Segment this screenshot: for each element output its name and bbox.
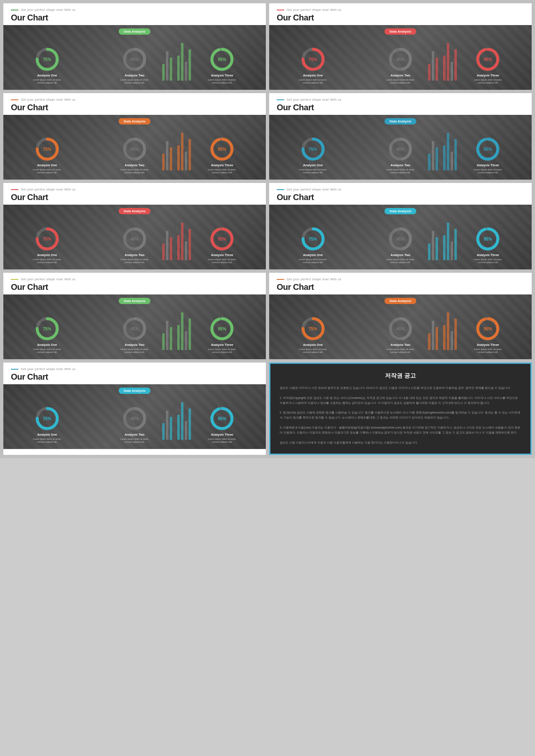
chart-name: Analysis One: [37, 163, 57, 167]
tagline-line: [277, 10, 284, 10]
donut-2: 95%: [209, 136, 235, 162]
chart-item-1: 45%Analysis TwoLorem ipsum dolor sit ame…: [384, 316, 417, 354]
chart-background: Data Analysis 75%Analysis OneLorem ipsum…: [269, 115, 532, 180]
chart-item-2: 95%Analysis ThreeLorem ipsum dolor sit a…: [205, 136, 239, 175]
donut-1: 45%: [122, 316, 148, 342]
chart-name: Analysis Two: [125, 343, 144, 347]
data-badge: Data Analysis: [119, 388, 150, 394]
chart-item-2: 95%Analysis ThreeLorem ipsum dolor sit a…: [205, 226, 239, 264]
chart-item-1: 45%Analysis TwoLorem ipsum dolor sit ame…: [384, 136, 417, 175]
chart-item-1: 45%Analysis TwoLorem ipsum dolor sit ame…: [118, 406, 151, 444]
tagline: Get your perfect shape now! With us: [277, 278, 524, 281]
donut-label: 95%: [218, 147, 226, 151]
chart-item-1: 45%Analysis TwoLorem ipsum dolor sit ame…: [118, 226, 151, 264]
donut-2: 95%: [209, 226, 235, 252]
tagline: Get your perfect shape now! With us: [277, 98, 524, 101]
chart-name: Analysis Three: [477, 253, 499, 257]
donut-label: 95%: [484, 57, 492, 61]
chart-desc: Lorem ipsum dolor sit amet, connect adip…: [31, 258, 64, 264]
slide-header: Get your perfect shape now! With usOur C…: [269, 273, 532, 294]
donut-label: 45%: [130, 416, 139, 421]
chart-desc: Lorem ipsum dolor sit amet, connect adip…: [205, 438, 239, 444]
donut-label: 75%: [43, 236, 51, 241]
data-badge: Data Analysis: [119, 208, 150, 214]
tagline-text: Get your perfect shape now! With us: [21, 98, 76, 101]
chart-item-2: 95%Analysis ThreeLorem ipsum dolor sit a…: [471, 316, 504, 354]
donut-2: 95%: [209, 316, 235, 342]
data-badge: Data Analysis: [119, 118, 150, 124]
donut-label: 45%: [130, 236, 139, 241]
donut-0: 75%: [34, 316, 60, 342]
donut-0: 75%: [300, 46, 326, 72]
data-badge: Data Analysis: [385, 208, 416, 214]
data-badge: Data Analysis: [119, 298, 150, 304]
chart-name: Analysis Two: [390, 163, 410, 167]
slide-body: Data Analysis 75%Analysis OneLorem ipsum…: [269, 25, 532, 90]
chart-desc: Lorem ipsum dolor sit amet, connect adip…: [384, 348, 417, 354]
chart-background: Data Analysis 75%Analysis OneLorem ipsum…: [3, 25, 266, 90]
tagline-line: [277, 279, 284, 280]
chart-name: Analysis Three: [477, 343, 499, 347]
chart-desc: Lorem ipsum dolor sit amet, connect adip…: [471, 79, 504, 85]
slide-title: Our Chart: [11, 103, 258, 112]
slide-body: Data Analysis 75%Analysis OneLorem ipsum…: [3, 294, 266, 359]
chart-name: Analysis Three: [211, 163, 233, 167]
chart-item-0: 75%Analysis OneLorem ipsum dolor sit ame…: [31, 46, 64, 85]
tagline-line: [11, 279, 18, 280]
tagline-text: Get your perfect shape now! With us: [21, 188, 76, 191]
chart-desc: Lorem ipsum dolor sit amet, connect adip…: [31, 79, 64, 85]
chart-name: Analysis Three: [211, 74, 233, 77]
donut-label: 95%: [484, 326, 492, 331]
chart-desc: Lorem ipsum dolor sit amet, connect adip…: [118, 258, 151, 264]
tagline-line: [11, 189, 18, 190]
data-badge: Data Analysis: [385, 298, 416, 304]
donut-label: 45%: [396, 57, 405, 61]
slide-title: Our Chart: [11, 13, 258, 23]
chart-name: Analysis Two: [125, 163, 144, 167]
donut-1: 45%: [387, 136, 413, 162]
tagline: Get your perfect shape now! With us: [11, 98, 258, 101]
chart-desc: Lorem ipsum dolor sit amet, connect adip…: [118, 79, 151, 85]
tagline-text: Get your perfect shape now! With us: [287, 188, 341, 191]
tagline: Get your perfect shape now! With us: [11, 188, 258, 191]
donut-2: 95%: [475, 136, 501, 162]
donut-2: 95%: [475, 316, 501, 342]
chart-desc: Lorem ipsum dolor sit amet, connect adip…: [205, 348, 239, 354]
donut-label: 45%: [396, 147, 405, 151]
tagline: Get your perfect shape now! With us: [277, 8, 524, 11]
tagline-text: Get your perfect shape now! With us: [21, 278, 76, 281]
donut-0: 75%: [34, 226, 60, 252]
chart-desc: Lorem ipsum dolor sit amet, connect adip…: [205, 168, 239, 175]
chart-name: Analysis One: [37, 253, 57, 257]
slide-header: Get your perfect shape now! With usOur C…: [269, 3, 532, 25]
chart-name: Analysis Two: [125, 253, 144, 257]
donut-0: 75%: [300, 136, 326, 162]
copyright-title: 저작권 공고: [280, 372, 521, 380]
donut-1: 45%: [122, 406, 148, 431]
donut-label: 45%: [396, 326, 405, 331]
donut-label: 95%: [218, 326, 226, 331]
donut-label: 45%: [130, 147, 139, 151]
donut-0: 75%: [34, 46, 60, 72]
donut-1: 45%: [387, 226, 413, 252]
chart-item-0: 75%Analysis OneLorem ipsum dolor sit ame…: [296, 316, 330, 354]
slide-slide-2: Get your perfect shape now! With usOur C…: [269, 3, 532, 90]
charts-row: 75%Analysis OneLorem ipsum dolor sit ame…: [269, 316, 532, 354]
chart-desc: Lorem ipsum dolor sit amet, connect adip…: [205, 258, 239, 264]
chart-name: Analysis Three: [477, 163, 499, 167]
data-badge: Data Analysis: [385, 118, 416, 124]
tagline: Get your perfect shape now! With us: [11, 8, 258, 11]
tagline-text: Get your perfect shape now! With us: [21, 8, 76, 11]
chart-desc: Lorem ipsum dolor sit amet, connect adip…: [31, 168, 64, 175]
donut-label: 45%: [130, 57, 139, 61]
chart-name: Analysis Three: [477, 74, 499, 77]
tagline: Get your perfect shape now! With us: [277, 188, 524, 191]
copyright-slide: 저작권 공고금년도 사용은 이미지나 사진 정보와 법적으로 보호받고 있습니다…: [269, 363, 532, 455]
chart-name: Analysis Two: [390, 343, 410, 347]
chart-item-1: 45%Analysis TwoLorem ipsum dolor sit ame…: [118, 46, 151, 85]
chart-item-1: 45%Analysis TwoLorem ipsum dolor sit ame…: [118, 316, 151, 354]
chart-desc: Lorem ipsum dolor sit amet, connect adip…: [384, 79, 417, 85]
donut-1: 45%: [122, 136, 148, 162]
chart-item-2: 95%Analysis ThreeLorem ipsum dolor sit a…: [471, 46, 504, 85]
chart-desc: Lorem ipsum dolor sit amet, connect adip…: [296, 258, 330, 264]
